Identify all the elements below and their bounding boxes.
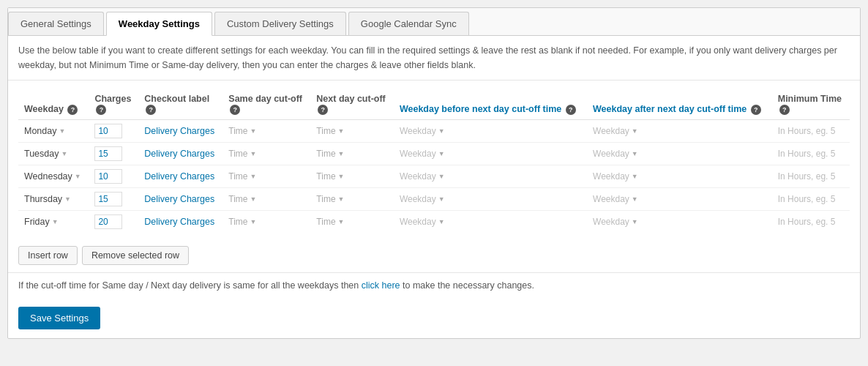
tab-custom-delivery[interactable]: Custom Delivery Settings [214,12,346,35]
next-day-arrow-2[interactable]: ▼ [338,173,345,180]
weekday-after-arrow-1[interactable]: ▼ [632,150,638,157]
charges-input-2[interactable] [94,169,122,184]
weekday-selector-3: Thursday ▼ [24,194,71,204]
weekday-after-arrow-2[interactable]: ▼ [632,173,638,180]
checkout-label-link-4[interactable]: Delivery Charges [144,217,214,227]
cell-next-day-0: Time ▼ [310,119,394,142]
next-day-placeholder-4: Time [316,217,335,227]
weekday-after-selector-3: Weekday ▼ [593,194,766,204]
weekday-after-selector-4: Weekday ▼ [593,217,766,227]
tab-weekday-settings[interactable]: Weekday Settings [106,12,212,36]
save-settings-button[interactable]: Save Settings [18,307,100,329]
cell-min-time-3: In Hours, eg. 5 [772,187,850,210]
charges-help-icon[interactable]: ? [96,105,106,115]
weekday-before-arrow-3[interactable]: ▼ [438,195,445,203]
min-time-placeholder-3: In Hours, eg. 5 [778,194,836,204]
weekday-before-placeholder-4: Weekday [400,217,436,227]
weekday-after-placeholder-0: Weekday [593,126,629,136]
weekday-arrow-1[interactable]: ▼ [61,150,67,157]
min-time-placeholder-1: In Hours, eg. 5 [778,149,836,159]
after-help-icon[interactable]: ? [751,105,761,115]
weekday-arrow-2[interactable]: ▼ [75,173,81,180]
cell-same-day-3: Time ▼ [222,187,310,210]
cell-next-day-3: Time ▼ [310,187,394,210]
remove-row-button[interactable]: Remove selected row [82,246,189,265]
same-day-arrow-3[interactable]: ▼ [250,195,257,203]
insert-row-button[interactable]: Insert row [18,246,78,265]
col-weekday-after: Weekday after next day cut-off time ? [587,89,772,119]
weekday-after-arrow-0[interactable]: ▼ [632,127,638,135]
weekday-arrow-3[interactable]: ▼ [64,195,71,203]
weekday-after-selector-0: Weekday ▼ [593,126,766,136]
next-day-help-icon[interactable]: ? [318,105,328,115]
weekday-after-placeholder-1: Weekday [593,149,629,159]
checkout-label-link-2[interactable]: Delivery Charges [144,171,214,182]
same-day-arrow-1[interactable]: ▼ [250,150,257,157]
checkout-help-icon[interactable]: ? [146,105,156,115]
cell-checkout-2: Delivery Charges [138,165,222,187]
cell-charges-4 [89,210,138,233]
cell-same-day-1: Time ▼ [222,142,310,165]
same-day-arrow-0[interactable]: ▼ [250,127,257,135]
weekday-before-selector-1: Weekday ▼ [400,149,581,159]
next-day-arrow-3[interactable]: ▼ [338,195,345,203]
before-help-icon[interactable]: ? [566,105,576,115]
weekday-selector-4: Friday ▼ [24,217,59,227]
checkout-label-link-1[interactable]: Delivery Charges [144,149,214,159]
weekday-arrow-0[interactable]: ▼ [59,127,65,135]
same-day-help-icon[interactable]: ? [230,105,240,115]
weekday-after-placeholder-4: Weekday [593,217,629,227]
charges-input-1[interactable] [94,146,122,161]
next-day-placeholder-3: Time [316,194,335,204]
next-day-arrow-1[interactable]: ▼ [338,150,345,157]
weekday-after-arrow-4[interactable]: ▼ [632,218,638,225]
cell-checkout-0: Delivery Charges [138,119,222,142]
table-row: Friday ▼ Delivery Charges Time ▼ Time ▼ … [18,210,850,233]
weekday-label-1: Tuesday [24,149,59,159]
save-section: Save Settings [8,298,860,338]
next-day-arrow-4[interactable]: ▼ [338,218,345,225]
same-day-placeholder-0: Time [228,126,247,136]
weekday-before-arrow-4[interactable]: ▼ [438,218,445,225]
same-day-time-4: Time ▼ [228,217,304,227]
charges-input-4[interactable] [94,214,122,229]
tab-google-calendar[interactable]: Google Calendar Sync [348,12,469,35]
checkout-label-link-3[interactable]: Delivery Charges [144,194,214,204]
cell-charges-0 [89,119,138,142]
checkout-label-link-0[interactable]: Delivery Charges [144,126,214,136]
click-here-link[interactable]: click here [362,280,400,291]
next-day-time-4: Time ▼ [316,217,388,227]
table-row: Monday ▼ Delivery Charges Time ▼ Time ▼ … [18,119,850,142]
cell-next-day-2: Time ▼ [310,165,394,187]
weekday-before-arrow-2[interactable]: ▼ [438,173,445,180]
cell-weekday-before-2: Weekday ▼ [394,165,587,187]
min-time-placeholder-0: In Hours, eg. 5 [778,126,836,136]
next-day-time-1: Time ▼ [316,149,388,159]
next-day-arrow-0[interactable]: ▼ [338,127,345,135]
col-weekday-before: Weekday before next day cut-off time ? [394,89,587,119]
cell-weekday-1: Tuesday ▼ [18,142,89,165]
same-day-arrow-4[interactable]: ▼ [250,218,257,225]
next-day-time-3: Time ▼ [316,194,388,204]
charges-input-0[interactable] [94,124,122,138]
weekday-before-arrow-1[interactable]: ▼ [438,150,445,157]
weekday-label-3: Thursday [24,194,62,204]
min-time-help-icon[interactable]: ? [779,105,790,115]
cell-charges-2 [89,165,138,187]
weekday-after-arrow-3[interactable]: ▼ [632,195,638,203]
charges-input-3[interactable] [94,192,122,206]
same-day-arrow-2[interactable]: ▼ [250,173,257,180]
tab-general-settings[interactable]: General Settings [8,12,104,35]
weekday-before-arrow-0[interactable]: ▼ [438,127,445,135]
next-day-time-2: Time ▼ [316,171,388,182]
col-checkout-label: Checkout label ? [138,89,222,119]
cell-weekday-after-3: Weekday ▼ [587,187,772,210]
weekday-help-icon[interactable]: ? [67,105,78,115]
weekday-table: Weekday ? Charges ? Checkout label ? Sam… [18,89,850,233]
weekday-arrow-4[interactable]: ▼ [52,218,59,225]
cell-checkout-3: Delivery Charges [138,187,222,210]
weekday-before-placeholder-2: Weekday [400,171,436,182]
min-time-placeholder-4: In Hours, eg. 5 [778,217,836,227]
weekday-after-selector-2: Weekday ▼ [593,171,766,182]
table-body: Monday ▼ Delivery Charges Time ▼ Time ▼ … [18,119,850,233]
